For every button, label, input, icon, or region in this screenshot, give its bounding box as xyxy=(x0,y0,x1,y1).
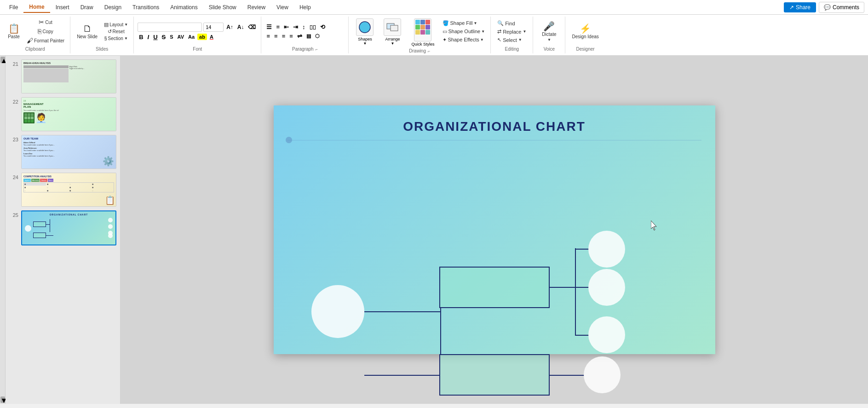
smartart-button[interactable]: ⬡ xyxy=(314,33,321,40)
title-decoration-line xyxy=(287,140,701,140)
shapes-icon xyxy=(357,20,372,35)
find-icon: 🔍 xyxy=(497,20,504,26)
tab-animations[interactable]: Animations xyxy=(165,2,203,12)
share-button[interactable]: ↗ Share xyxy=(784,2,816,12)
slide-item-25[interactable]: 25 ORGANIZATIONAL CHART xyxy=(9,210,116,245)
drawing-group: Shapes ▼ Arrange ▼ xyxy=(349,17,491,53)
section-label: Section xyxy=(108,36,123,41)
find-button[interactable]: 🔍 Find xyxy=(494,20,517,27)
tab-file[interactable]: File xyxy=(4,2,23,12)
org-rect-top[interactable] xyxy=(439,267,550,308)
slide-item-22[interactable]: 22 04 MANAGEMENTPLAN You could enter a s… xyxy=(9,97,116,131)
increase-indent-button[interactable]: ⇥ xyxy=(292,23,299,31)
reset-label: Reset xyxy=(113,29,125,34)
bold-button[interactable]: B xyxy=(138,33,144,41)
ribbon: File Home Insert Draw Design Transitions… xyxy=(0,0,868,56)
clear-format-button[interactable]: ⌫ xyxy=(247,23,257,31)
align-right-button[interactable]: ≡ xyxy=(281,32,287,40)
comments-button[interactable]: 💬 Comments xyxy=(819,2,864,13)
strikethrough-button[interactable]: S xyxy=(161,33,167,41)
svg-rect-2 xyxy=(391,25,398,31)
shadow-button[interactable]: S xyxy=(168,34,174,40)
tab-design[interactable]: Design xyxy=(99,2,127,12)
decrease-indent-button[interactable]: ⇤ xyxy=(282,23,290,31)
tab-view[interactable]: View xyxy=(271,2,294,12)
design-ideas-button[interactable]: ⚡ Design Ideas xyxy=(569,18,601,46)
slide-item-21[interactable]: 21 BREAK-EVEN ANALYSIS High Ris xyxy=(9,59,116,93)
align-left-button[interactable]: ≡ xyxy=(265,32,271,40)
select-button[interactable]: ↖ Select ▼ xyxy=(494,36,525,43)
align-text-button[interactable]: ▤ xyxy=(305,33,312,40)
slides-label: Slides xyxy=(96,47,108,52)
underline-button[interactable]: U xyxy=(152,33,159,41)
shape-outline-button[interactable]: ▭ Shape Outline ▼ xyxy=(441,28,487,35)
vertical-scrollbar[interactable]: ▲ ▼ xyxy=(0,56,6,404)
reset-button[interactable]: ↺ Reset xyxy=(102,29,130,35)
tab-home[interactable]: Home xyxy=(23,2,50,13)
tab-slideshow[interactable]: Slide Show xyxy=(203,2,242,12)
paragraph-dialog-launcher[interactable]: ⌐ xyxy=(316,47,318,52)
copy-button[interactable]: ⎘ Copy xyxy=(25,27,66,35)
designer-label: Designer xyxy=(576,47,595,52)
text-direction-button[interactable]: ⇌ xyxy=(296,32,304,40)
columns-button[interactable]: ⌷⌷ xyxy=(308,24,317,30)
scroll-down-arrow[interactable]: ▼ xyxy=(0,396,5,403)
slide-item-24[interactable]: 24 COMPETITION ANALYSIS Jupiter Mercury … xyxy=(9,173,116,207)
title-decoration-dot xyxy=(286,137,292,143)
numbering-button[interactable]: ≡ xyxy=(275,23,281,31)
main-area: ▲ ▼ 21 BREAK-EVEN ANALYSIS xyxy=(0,56,868,404)
change-case-button[interactable]: Aa xyxy=(187,34,196,40)
org-rect-bottom[interactable] xyxy=(439,354,550,396)
shape-fill-button[interactable]: 🪣 Shape Fill ▼ xyxy=(441,20,487,27)
find-label: Find xyxy=(505,21,515,26)
org-circle-top-right xyxy=(588,231,625,268)
font-color-button[interactable]: A xyxy=(208,34,215,40)
format-painter-button[interactable]: 🖌 Format Painter xyxy=(25,36,66,45)
tab-insert[interactable]: Insert xyxy=(50,2,75,12)
scroll-up-arrow[interactable]: ▲ xyxy=(0,57,5,63)
drawing-dialog-launcher[interactable]: ⌐ xyxy=(428,49,430,53)
section-button[interactable]: § Section ▼ xyxy=(102,35,130,41)
tab-transitions[interactable]: Transitions xyxy=(127,2,165,12)
clipboard-group: 📋 Paste ✂ Cut ⎘ Copy 🖌 xyxy=(0,17,70,53)
canvas-area[interactable]: ORGANIZATIONAL CHART xyxy=(121,56,868,404)
slide-thumb-25[interactable]: ORGANIZATIONAL CHART xyxy=(21,210,116,245)
design-ideas-icon: ⚡ xyxy=(580,24,591,33)
font-size-input[interactable] xyxy=(203,23,224,32)
char-spacing-button[interactable]: AV xyxy=(176,34,185,40)
paste-button[interactable]: 📋 Paste xyxy=(4,17,24,45)
justify-button[interactable]: ≡ xyxy=(288,32,294,40)
paste-icon: 📋 xyxy=(8,24,20,33)
slide-thumb-22[interactable]: 04 MANAGEMENTPLAN You could enter a subt… xyxy=(21,97,116,131)
cursor xyxy=(651,221,658,233)
new-slide-button[interactable]: 🗋 New Slide xyxy=(74,17,100,45)
highlight-color-button[interactable]: ab xyxy=(197,34,207,40)
shape-effects-icon: ✦ xyxy=(443,37,447,43)
layout-button[interactable]: ▤ Layout ▼ xyxy=(102,22,130,28)
align-center-button[interactable]: ≡ xyxy=(273,32,279,40)
quick-styles-button[interactable]: Quick Styles xyxy=(408,17,438,47)
svg-point-0 xyxy=(359,22,370,33)
shapes-button[interactable]: Shapes ▼ xyxy=(352,17,377,47)
cut-button[interactable]: ✂ Cut xyxy=(25,18,66,26)
italic-button[interactable]: I xyxy=(146,33,151,41)
slide-thumb-23[interactable]: OUR TEAM Adam GiffordYou could enter a s… xyxy=(21,135,116,169)
increase-font-button[interactable]: A↑ xyxy=(225,23,235,31)
tab-review[interactable]: Review xyxy=(242,2,271,12)
arrange-button[interactable]: Arrange ▼ xyxy=(380,17,405,47)
shape-effects-button[interactable]: ✦ Shape Effects ▼ xyxy=(441,36,487,43)
line-spacing-button[interactable]: ↕ xyxy=(301,23,307,31)
tab-draw[interactable]: Draw xyxy=(75,2,99,12)
slide-thumb-24[interactable]: COMPETITION ANALYSIS Jupiter Mercury Ven… xyxy=(21,173,116,207)
tab-help[interactable]: Help xyxy=(294,2,316,12)
slide-thumb-21[interactable]: BREAK-EVEN ANALYSIS High Risk: Toggle on… xyxy=(21,59,116,93)
dictate-icon: 🎤 xyxy=(543,22,555,31)
slide-item-23[interactable]: 23 OUR TEAM Adam GiffordYou could enter … xyxy=(9,135,116,169)
bullets-button[interactable]: ☰ xyxy=(265,23,273,31)
dictate-button[interactable]: 🎤 Dictate ▼ xyxy=(539,18,559,46)
convert-smartart-button[interactable]: ⟲ xyxy=(319,23,327,31)
replace-button[interactable]: ⇄ Replace ▼ xyxy=(494,28,529,35)
font-name-input[interactable] xyxy=(138,23,202,32)
decrease-font-button[interactable]: A↓ xyxy=(236,23,246,31)
section-icon: § xyxy=(104,36,107,41)
